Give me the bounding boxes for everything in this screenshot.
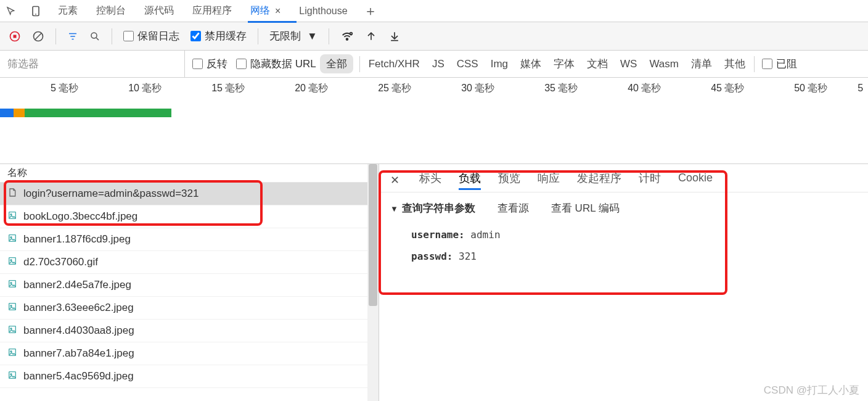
type-manifest[interactable]: 清单 [691,57,712,71]
view-url-encoded-link[interactable]: 查看 URL 编码 [551,201,620,215]
svg-point-23 [10,282,12,283]
type-doc[interactable]: 文档 [587,57,608,71]
param-value: admin [470,229,500,241]
type-img[interactable]: Img [491,58,508,70]
request-row[interactable]: login?username=admin&passwd=321 [0,183,379,205]
inspect-icon[interactable] [6,6,16,17]
request-name: banner7.ab7a84e1.jpeg [23,347,134,360]
tab-network[interactable]: 网络 × [248,0,283,22]
request-list-header[interactable]: 名称 [0,164,379,183]
disable-cache-checkbox[interactable]: 禁用缓存 [190,29,247,43]
dtab-preview[interactable]: 预览 [498,171,520,189]
svg-point-27 [10,328,12,329]
tab-application[interactable]: 应用程序 [190,0,234,22]
svg-point-21 [10,259,12,260]
scrollbar-thumb[interactable] [369,164,377,306]
svg-point-12 [350,32,352,35]
separator [258,28,258,44]
clear-icon[interactable] [32,30,44,43]
param-key: passwd: [411,250,452,262]
svg-point-9 [91,33,97,38]
type-media[interactable]: 媒体 [520,57,541,71]
timeline[interactable]: 5毫秒 10毫秒 15毫秒 20毫秒 25毫秒 30毫秒 35毫秒 40毫秒 4… [0,78,868,164]
type-fetchxhr[interactable]: Fetch/XHR [369,58,420,70]
scrollbar[interactable] [367,164,379,401]
request-row[interactable]: banner5.4ac9569d.jpeg [0,365,379,388]
svg-line-5 [35,33,41,39]
type-all[interactable]: 全部 [320,54,353,73]
search-icon[interactable] [89,31,100,42]
waterfall-bar [0,109,171,117]
blocked-label: 已阻 [776,57,797,71]
main-tabs: 元素 控制台 源代码 应用程序 网络 × Lighthouse ＋ [0,0,868,22]
filter-input[interactable] [0,51,185,77]
dtab-headers[interactable]: 标头 [419,171,441,189]
file-icon [7,347,17,361]
file-icon [7,301,17,315]
query-string-section: ▼查询字符串参数 查看源 查看 URL 编码 username: adminpa… [379,192,868,267]
caret-down-icon: ▼ [390,204,398,213]
query-string-header[interactable]: ▼查询字符串参数 查看源 查看 URL 编码 [390,201,868,215]
svg-point-25 [10,305,12,306]
file-icon [7,278,17,292]
request-detail: ✕ 标头 负载 预览 响应 发起程序 计时 Cookie ▼查询字符串参数 查看… [379,164,868,401]
separator [359,56,360,72]
view-source-link[interactable]: 查看源 [497,201,529,215]
param-value: 321 [459,250,477,262]
tab-lighthouse[interactable]: Lighthouse [297,0,350,22]
tab-elements[interactable]: 元素 [55,0,80,22]
blocked-checkbox[interactable]: 已阻 [762,57,797,71]
request-row[interactable]: banner2.d4e5a7fe.jpeg [0,274,379,297]
type-wasm[interactable]: Wasm [649,58,679,70]
time-labels: 5毫秒 10毫秒 15毫秒 20毫秒 25毫秒 30毫秒 35毫秒 40毫秒 4… [0,78,868,99]
network-toolbar: 保留日志 禁用缓存 无限制 ▼ [0,22,868,51]
request-row[interactable]: d2.70c37060.gif [0,251,379,274]
close-detail-icon[interactable]: ✕ [390,173,399,187]
request-row[interactable]: banner4.d4030aa8.jpeg [0,320,379,342]
wifi-icon[interactable] [340,30,354,43]
close-icon[interactable]: × [275,6,280,17]
request-row[interactable]: banner3.63eee6c2.jpeg [0,297,379,320]
type-js[interactable]: JS [432,58,444,70]
tab-sources[interactable]: 源代码 [142,0,176,22]
separator [754,56,755,72]
invert-label: 反转 [207,57,227,71]
hide-data-url-checkbox[interactable]: 隐藏数据 URL [236,57,316,71]
download-icon[interactable] [388,30,401,43]
dtab-response[interactable]: 响应 [538,171,560,189]
file-icon [7,370,17,384]
chevron-down-icon: ▼ [307,30,317,43]
dtab-cookie[interactable]: Cookie [678,172,713,188]
type-css[interactable]: CSS [457,58,478,70]
device-icon[interactable] [30,5,42,17]
request-row[interactable]: bookLogo.3becc4bf.jpeg [0,205,379,228]
lower-panels: 名称 login?username=admin&passwd=321bookLo… [0,164,868,401]
dtab-payload[interactable]: 负载 [459,171,481,189]
throttle-select[interactable]: 无限制 ▼ [269,29,317,43]
separator [112,28,112,44]
record-icon[interactable] [9,30,21,43]
tab-console[interactable]: 控制台 [94,0,128,22]
dtab-initiator[interactable]: 发起程序 [577,171,621,189]
preserve-log-label: 保留日志 [137,29,179,43]
tab-network-label: 网络 [250,4,270,17]
invert-checkbox[interactable]: 反转 [192,57,227,71]
separator [329,28,329,44]
type-font[interactable]: 字体 [554,57,575,71]
upload-icon[interactable] [365,30,377,43]
file-icon [7,210,17,224]
separator [55,28,56,44]
dtab-timing[interactable]: 计时 [639,171,661,189]
file-icon [7,187,17,201]
request-row[interactable]: banner1.187f6cd9.jpeg [0,228,379,251]
svg-point-19 [10,236,12,238]
request-name: banner1.187f6cd9.jpeg [23,233,131,246]
request-row[interactable]: banner7.ab7a84e1.jpeg [0,342,379,365]
add-tab-icon[interactable]: ＋ [364,2,377,20]
type-other[interactable]: 其他 [724,57,745,71]
filter-icon[interactable] [67,31,78,42]
type-ws[interactable]: WS [620,58,637,70]
disable-cache-label: 禁用缓存 [205,29,247,43]
preserve-log-checkbox[interactable]: 保留日志 [123,29,179,43]
query-string-params: username: adminpasswd: 321 [390,215,868,267]
